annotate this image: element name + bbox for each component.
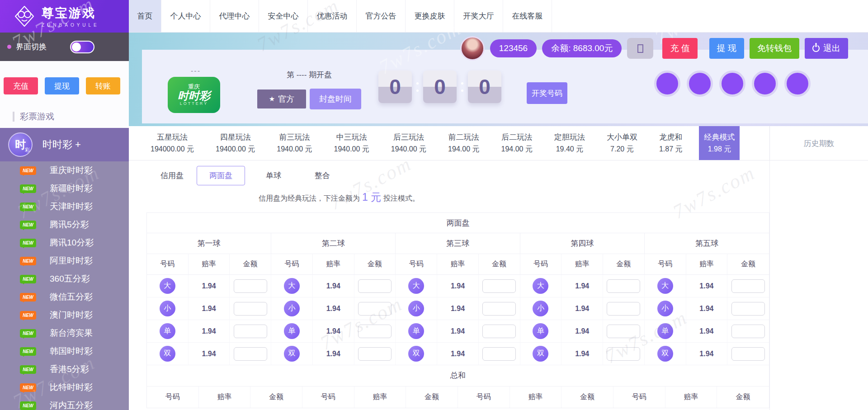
new-badge: NEW [20, 293, 36, 302]
sidebar-game-item[interactable]: NEW天津时时彩 [0, 198, 129, 216]
nav-tab-2[interactable]: 代理中心 [210, 0, 259, 32]
play-tab-7[interactable]: 定胆玩法19.40 元 [549, 126, 590, 160]
bet-amount-input[interactable] [731, 347, 765, 361]
sidebar-game-item[interactable]: NEW新台湾宾果 [0, 324, 129, 342]
bet-option-大[interactable]: 大 [533, 278, 548, 294]
ssc-circle-icon: 时 彩 [8, 132, 33, 157]
free-wallet-button[interactable]: 免转钱包 [750, 38, 799, 59]
bet-amount-input[interactable] [607, 325, 640, 338]
sidebar-quick-1[interactable]: 提现 [45, 77, 79, 94]
close-time-button[interactable]: 封盘时间 [310, 89, 361, 109]
bet-amount-input[interactable] [358, 279, 392, 293]
play-tab-0[interactable]: 五星玩法194000.00 元 [146, 126, 199, 160]
bet-option-单[interactable]: 单 [160, 323, 175, 339]
bet-option-双[interactable]: 双 [160, 346, 175, 362]
nav-tab-7[interactable]: 开奖大厅 [454, 0, 503, 32]
sidebar-game-item[interactable]: NEW360五分彩 [0, 270, 129, 288]
sidebar-game-item[interactable]: NEW微信五分彩 [0, 288, 129, 306]
sidebar-quick-2[interactable]: 转账 [86, 77, 120, 94]
bet-option-大[interactable]: 大 [657, 278, 673, 294]
bet-option-双[interactable]: 双 [284, 346, 300, 362]
play-tab-8[interactable]: 大小单双7.20 元 [602, 126, 642, 160]
sub-tab-1[interactable]: 两面盘 [197, 166, 245, 185]
sidebar-game-item[interactable]: NEW腾讯10分彩 [0, 234, 129, 252]
sidebar-game-item[interactable]: NEW香港5分彩 [0, 360, 129, 378]
nav-tab-0[interactable]: 首页 [129, 0, 161, 32]
bet-amount-input[interactable] [234, 325, 267, 338]
refresh-balance-button[interactable] [627, 38, 653, 59]
sub-tab-3[interactable]: 整合 [312, 166, 333, 185]
sidebar-game-item[interactable]: NEW阿里时时彩 [0, 252, 129, 270]
bet-option-单[interactable]: 单 [657, 323, 673, 339]
bet-amount-input[interactable] [234, 347, 267, 361]
play-tab-10[interactable]: 经典模式1.98 元 [699, 126, 740, 160]
bet-option-大[interactable]: 大 [408, 278, 424, 294]
number-cell: 单 [147, 320, 189, 342]
bet-option-双[interactable]: 双 [657, 346, 673, 362]
nav-tab-5[interactable]: 官方公告 [357, 0, 406, 32]
bet-option-双[interactable]: 双 [408, 346, 424, 362]
bet-option-双[interactable]: 双 [533, 346, 548, 362]
bet-option-小[interactable]: 小 [533, 301, 548, 316]
bet-option-单[interactable]: 单 [408, 323, 424, 339]
nav-tab-1[interactable]: 个人中心 [161, 0, 210, 32]
bet-amount-input[interactable] [234, 279, 267, 293]
nav-tab-8[interactable]: 在线客服 [503, 0, 552, 32]
logout-button[interactable]: 退出 [805, 38, 848, 59]
bet-amount-input[interactable] [731, 302, 765, 316]
sum-col-header: 金额 [561, 386, 613, 408]
official-button[interactable]: ★ 官方 [257, 90, 306, 108]
recharge-button[interactable]: 充 值 [662, 38, 697, 59]
category-ssc[interactable]: 时 彩 时时彩 + [0, 128, 129, 161]
bet-option-单[interactable]: 单 [533, 323, 548, 339]
bet-amount-input[interactable] [731, 325, 765, 338]
nav-tab-3[interactable]: 安全中心 [259, 0, 308, 32]
play-tab-3[interactable]: 中三玩法1940.00 元 [329, 126, 374, 160]
bet-amount-input[interactable] [607, 302, 640, 316]
bet-amount-input[interactable] [607, 279, 640, 293]
ui-switch-toggle[interactable] [70, 41, 94, 53]
bet-amount-input[interactable] [482, 279, 516, 293]
draw-numbers-button[interactable]: 开奖号码 [527, 82, 567, 104]
bet-amount-input[interactable] [731, 279, 765, 293]
play-tab-6[interactable]: 后二玩法194.00 元 [496, 126, 538, 160]
play-tab-5[interactable]: 前二玩法194.00 元 [443, 126, 484, 160]
nav-tab-4[interactable]: 优惠活动 [308, 0, 357, 32]
bet-option-小[interactable]: 小 [657, 301, 673, 316]
sidebar-game-item[interactable]: NEW韩国时时彩 [0, 342, 129, 360]
bet-amount-input[interactable] [358, 325, 392, 338]
bet-option-大[interactable]: 大 [160, 278, 175, 294]
sidebar-game-item[interactable]: NEW河内五分彩 [0, 396, 129, 410]
bet-amount-input[interactable] [358, 302, 392, 316]
note-prefix: 信用盘为经典玩法，下注金额为 [259, 194, 360, 202]
bet-option-小[interactable]: 小 [284, 301, 300, 316]
withdraw-button[interactable]: 提 现 [709, 38, 744, 59]
bet-option-单[interactable]: 单 [284, 323, 300, 339]
sidebar-game-item[interactable]: NEW新疆时时彩 [0, 179, 129, 198]
avatar[interactable] [460, 36, 485, 61]
play-tab-2[interactable]: 前三玩法1940.00 元 [272, 126, 317, 160]
bet-option-大[interactable]: 大 [284, 278, 300, 294]
amount-cell [727, 275, 769, 297]
bet-amount-input[interactable] [482, 325, 516, 338]
sub-tab-0[interactable]: 信用盘 [158, 166, 186, 185]
history-issues-link[interactable]: 历史期数 [804, 138, 835, 148]
col-header: 金额 [479, 254, 520, 274]
bet-amount-input[interactable] [358, 347, 392, 361]
bet-option-小[interactable]: 小 [160, 301, 175, 316]
play-tab-4[interactable]: 后三玩法1940.00 元 [386, 126, 431, 160]
sidebar-game-item[interactable]: NEW比特时时彩 [0, 378, 129, 396]
sidebar-game-item[interactable]: NEW重庆时时彩 [0, 161, 129, 179]
play-tab-9[interactable]: 龙虎和1.87 元 [654, 126, 688, 160]
sub-tab-2[interactable]: 单球 [263, 166, 284, 185]
sidebar-quick-0[interactable]: 充值 [4, 77, 38, 94]
bet-option-小[interactable]: 小 [408, 301, 424, 316]
bet-amount-input[interactable] [234, 302, 267, 316]
play-tab-1[interactable]: 四星玩法19400.00 元 [211, 126, 260, 160]
bet-amount-input[interactable] [482, 302, 516, 316]
bet-amount-input[interactable] [482, 347, 516, 361]
nav-tab-6[interactable]: 更换皮肤 [406, 0, 454, 32]
sidebar-game-item[interactable]: NEW腾讯5分彩 [0, 216, 129, 234]
sidebar-game-item[interactable]: NEW澳门时时彩 [0, 306, 129, 324]
bet-amount-input[interactable] [607, 347, 640, 361]
